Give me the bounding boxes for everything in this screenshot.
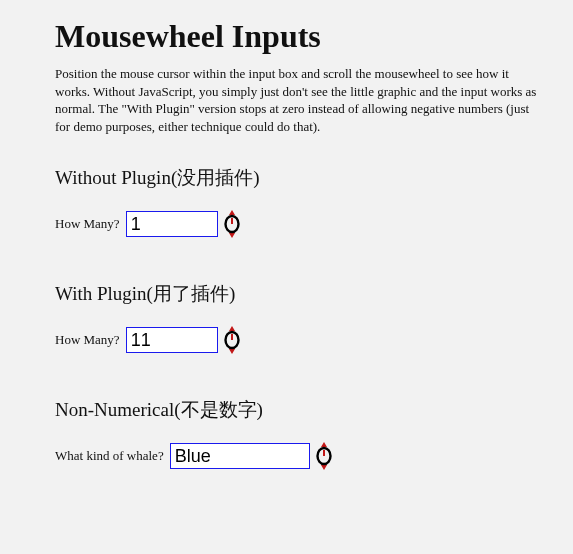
quantity-input[interactable] bbox=[126, 211, 218, 237]
field-label: What kind of whale? bbox=[55, 448, 164, 464]
field-label: How Many? bbox=[55, 216, 120, 232]
field-row: What kind of whale? bbox=[55, 441, 545, 471]
section-heading: Without Plugin(没用插件) bbox=[55, 165, 545, 191]
section-heading: With Plugin(用了插件) bbox=[55, 281, 545, 307]
page-description: Position the mouse cursor within the inp… bbox=[55, 65, 545, 135]
section-heading: Non-Numerical(不是数字) bbox=[55, 397, 545, 423]
mousewheel-icon bbox=[222, 209, 242, 239]
whale-type-input[interactable] bbox=[170, 443, 310, 469]
mousewheel-icon bbox=[222, 325, 242, 355]
field-row: How Many? bbox=[55, 209, 545, 239]
field-row: How Many? bbox=[55, 325, 545, 355]
section-without-plugin: Without Plugin(没用插件) How Many? bbox=[55, 165, 545, 239]
page-title: Mousewheel Inputs bbox=[55, 18, 545, 55]
mousewheel-icon bbox=[314, 441, 334, 471]
field-label: How Many? bbox=[55, 332, 120, 348]
quantity-input[interactable] bbox=[126, 327, 218, 353]
section-with-plugin: With Plugin(用了插件) How Many? bbox=[55, 281, 545, 355]
section-non-numerical: Non-Numerical(不是数字) What kind of whale? bbox=[55, 397, 545, 471]
